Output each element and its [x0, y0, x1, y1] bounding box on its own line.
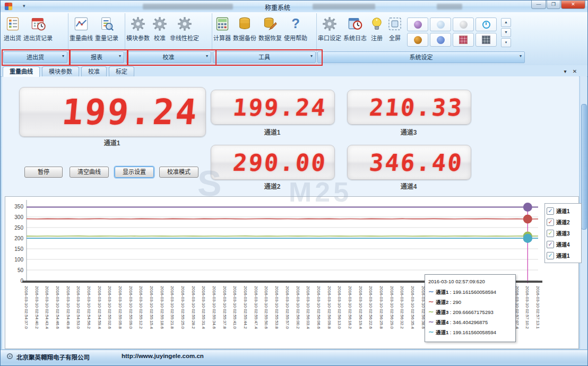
purple-orb-icon — [414, 21, 422, 29]
theme-blue-button[interactable] — [430, 33, 451, 47]
checkbox-icon[interactable]: ✓ — [547, 207, 554, 215]
x-axis-label: 2016-03-10 02:55:21.8 — [170, 286, 174, 329]
x-axis-label: 2016-03-10 02:56:00.2 — [296, 286, 300, 329]
x-axis-label: 2016-03-10 02:56:32.2 — [400, 286, 404, 329]
x-axis-label: 2016-03-10 02:56:06.6 — [316, 286, 321, 329]
button-goods-inout[interactable]: 进出货 — [3, 15, 22, 51]
theme-clock-button[interactable] — [475, 18, 497, 31]
x-axis-label: 2016-03-10 02:55:12.2 — [139, 286, 143, 329]
tab-module-params[interactable]: 模块参数 — [42, 66, 79, 77]
button-inout-records[interactable]: 进出货记录 — [22, 15, 54, 51]
wave-icon: ∼ — [428, 318, 434, 326]
x-axis-label: 2016-03-10 02:54:56.2 — [87, 286, 91, 329]
x-axis-label: 2016-03-10 02:54:49.8 — [66, 286, 70, 329]
clear-curve-button[interactable]: 清空曲线 — [70, 167, 109, 178]
restore-button[interactable]: ❐ — [547, 1, 560, 9]
checkbox-icon[interactable]: ✓ — [547, 219, 554, 226]
legend-item-ch1[interactable]: ✓通道1 — [547, 205, 580, 216]
button-data-backup[interactable]: 数据备份 — [232, 15, 257, 51]
company-url[interactable]: http://www.juyingele.com.cn — [122, 353, 204, 359]
scroll-down-icon[interactable]: ▼ — [501, 28, 511, 37]
x-axis-label: 2016-03-10 02:55:37.8 — [222, 286, 227, 329]
legend-item-ch2[interactable]: ✓通道2 — [547, 216, 580, 228]
tab-close-icon[interactable]: ✕ — [570, 67, 579, 75]
theme-lightblue-button[interactable] — [430, 18, 451, 31]
button-weight-curve[interactable]: 重量曲线 — [68, 15, 94, 51]
button-register[interactable]: 注册 — [368, 15, 386, 51]
y-axis-tick: 250 — [14, 225, 23, 231]
legend-item-ch1b[interactable]: ✓通道1 — [547, 250, 580, 261]
button-calculator[interactable]: 计算器 — [212, 15, 232, 51]
button-fullscreen[interactable]: 全屏 — [386, 15, 404, 51]
button-data-restore[interactable]: 数据恢复 — [257, 15, 283, 51]
button-weight-records[interactable]: 重量记录 — [94, 15, 119, 51]
x-axis-label: 2016-03-10 02:55:31.4 — [201, 286, 205, 329]
help-icon — [288, 16, 304, 32]
database-icon — [237, 16, 253, 32]
more-options-icon[interactable]: ▾ — [501, 38, 511, 47]
legend-item-ch4[interactable]: ✓通道4 — [547, 239, 580, 250]
checkbox-icon[interactable]: ✓ — [547, 230, 554, 237]
x-axis-label: 2016-03-10 02:55:28.2 — [191, 286, 195, 329]
tooltip-row: ∼通道1 : 199.161560058594 — [428, 327, 512, 337]
scroll-up-icon[interactable]: ▲ — [501, 18, 511, 27]
wave-icon: ∼ — [428, 298, 434, 306]
app-icon[interactable] — [5, 3, 12, 10]
clock-icon — [482, 21, 490, 29]
tab-scaling[interactable]: 标定 — [109, 66, 134, 77]
checkbox-icon[interactable]: ✓ — [547, 252, 554, 259]
x-axis-label: 2016-03-10 02:55:41.0 — [232, 286, 237, 329]
display-settings-button[interactable]: 显示设置 — [115, 167, 154, 178]
x-axis-label: 2016-03-10 02:55:02.6 — [107, 286, 111, 329]
tab-calibrate[interactable]: 校准 — [81, 66, 107, 77]
y-axis-tick: 100 — [14, 257, 23, 263]
redacted-text-block — [437, 4, 462, 10]
layout-pink-button[interactable] — [453, 33, 474, 47]
tab-list-dropdown-icon[interactable]: ▾ — [561, 67, 569, 75]
theme-purple-button[interactable] — [407, 18, 428, 31]
redacted-text-block — [143, 4, 233, 10]
tooltip-row: ∼通道2 : 290 — [428, 297, 512, 307]
calibration-mode-button[interactable]: 校准模式 — [159, 167, 198, 178]
theme-silver-button[interactable] — [453, 18, 474, 31]
highlight-box-reports — [69, 49, 128, 66]
x-axis-label: 2016-03-10 02:54:59.4 — [97, 286, 101, 329]
button-linearity-check[interactable]: 非线性检定 — [169, 15, 200, 51]
y-axis-tick: 200 — [14, 236, 23, 241]
led-display-ch4: 346.40 — [347, 145, 471, 180]
tooltip-row: ∼通道3 : 209.66667175293 — [428, 307, 512, 317]
led-value: 199.24 — [232, 94, 335, 121]
x-axis-label: 2016-03-10 02:56:19.4 — [358, 286, 362, 329]
close-button[interactable]: ✕ — [561, 1, 585, 9]
application-window: ▾ 称重系统 — ❐ ✕ 进出货 进出货记录 进出货 重量曲线 重量记录 — [0, 0, 588, 366]
x-axis-label: 2016-03-10 02:54:43.4 — [45, 286, 49, 329]
pause-button[interactable]: 暂停 — [24, 167, 63, 178]
theme-orange-button[interactable] — [407, 33, 428, 47]
weight-curve-chart[interactable]: 050100150200250300350 — [5, 197, 578, 285]
x-axis-label: 2016-03-10 02:54:37.0 — [24, 286, 28, 329]
button-system-log[interactable]: 系统日志 — [342, 15, 368, 51]
legend-item-ch3[interactable]: ✓通道3 — [547, 228, 580, 239]
ribbon-header-system[interactable]: 系统设定 — [317, 51, 525, 63]
button-calibrate[interactable]: 校准 — [151, 15, 169, 51]
gear-icon — [322, 16, 338, 32]
x-axis-label: 2016-03-10 02:56:16.2 — [348, 286, 352, 329]
wave-icon: ∼ — [428, 328, 434, 336]
x-axis-label: 2016-03-10 02:55:44.2 — [243, 286, 247, 329]
quick-access-dropdown-icon[interactable]: ▾ — [23, 3, 25, 8]
cursor-dot-通道1 — [523, 234, 532, 243]
x-axis-label: 2016-03-10 02:55:09.0 — [128, 286, 133, 329]
button-help[interactable]: 使用帮助 — [283, 15, 308, 51]
scrollbar-thumb[interactable] — [581, 104, 587, 230]
layout-gray-button[interactable] — [475, 33, 497, 47]
tab-weight-curve[interactable]: 重量曲线 — [3, 66, 40, 77]
minimize-button[interactable]: — — [531, 1, 546, 9]
highlight-box-calibration — [127, 49, 217, 66]
ribbon-group-system: 串口设定 系统日志 注册 全屏 ▲ — [317, 13, 528, 64]
x-axis-label: 2016-03-10 02:54:40.2 — [34, 286, 39, 329]
x-axis-label: 2016-03-10 02:55:34.6 — [212, 286, 216, 329]
button-serial-settings[interactable]: 串口设定 — [317, 15, 342, 51]
x-axis-label: 2016-03-10 02:54:53.0 — [76, 286, 80, 329]
checkbox-icon[interactable]: ✓ — [547, 241, 554, 248]
button-module-params[interactable]: 模块参数 — [125, 15, 151, 51]
